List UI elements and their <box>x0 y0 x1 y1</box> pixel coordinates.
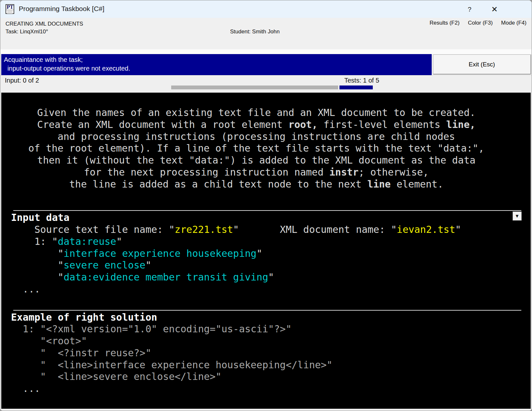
terminal-line: for the next processing instruction name… <box>4 166 509 178</box>
status-line-1: Acquaintance with the task; <box>1 55 432 64</box>
input-data-section: Input data Source text file name: "zre22… <box>1 212 531 295</box>
example-solution-heading: Example of right solution <box>11 312 531 324</box>
section-separator <box>13 210 521 211</box>
exit-button[interactable]: Exit (Esc) <box>433 54 531 74</box>
terminal-line: "<root>" <box>11 335 531 347</box>
tests-progress-label: Tests: 1 of 5 <box>344 77 379 84</box>
task-description: Given the names of an existing text file… <box>4 107 509 190</box>
input-progress-label: Input: 0 of 2 <box>5 77 39 84</box>
status-row: Acquaintance with the task; input-output… <box>0 54 532 75</box>
header-divider-strip <box>0 49 532 54</box>
input-data-heading: Input data <box>11 212 531 224</box>
terminal-line: 1: "<?xml version="1.0" encoding="us-asc… <box>11 323 531 335</box>
terminal-line: " <?instr reuse?>" <box>11 347 531 359</box>
menu-item-results[interactable]: Results (F2) <box>429 20 460 26</box>
section-separator <box>13 310 521 311</box>
terminal-line: then it (without the text "data:") is ad… <box>4 154 509 166</box>
progress-row: Input: 0 of 2 Tests: 1 of 5 <box>0 75 532 93</box>
title-bar[interactable]: PT Programming Taskbook [C#] ? ✕ <box>0 0 532 18</box>
window-title: Programming Taskbook [C#] <box>19 5 105 13</box>
header: CREATING XML DOCUMENTS Task: LinqXml10° … <box>0 18 532 49</box>
terminal-line: "data:evidence member transit giving" <box>11 271 531 283</box>
task-terminal: Given the names of an existing text file… <box>1 93 531 409</box>
terminal-line: the line is added as a child text node t… <box>4 178 509 190</box>
progress-track <box>171 86 338 89</box>
header-menu: Results (F2) Color (F3) Mode (F4) <box>429 20 526 26</box>
terminal-line: Given the names of an existing text file… <box>4 107 509 119</box>
input-data-lines: Source text file name: "zre221.tst" XML … <box>11 224 531 295</box>
menu-item-color[interactable]: Color (F3) <box>468 20 493 26</box>
app-icon-letters: PT <box>6 5 14 10</box>
scroll-down-button[interactable]: ▼ <box>513 211 522 221</box>
status-message-bar: Acquaintance with the task; input-output… <box>1 54 432 75</box>
terminal-line: "interface experience housekeeping" <box>11 248 531 260</box>
student-name: Student: Smith John <box>230 29 280 35</box>
terminal-line: 1: "data:reuse" <box>11 236 531 248</box>
tests-progress-fill <box>339 86 373 89</box>
app-icon-pagelines <box>7 11 13 14</box>
terminal-line: Source text file name: "zre221.tst" XML … <box>11 224 531 236</box>
example-solution-lines: 1: "<?xml version="1.0" encoding="us-asc… <box>11 323 531 395</box>
status-line-2: input-output operations were not execute… <box>1 64 432 73</box>
terminal-line: of the root element). If a line of the t… <box>4 143 509 154</box>
chevron-down-icon: ▼ <box>515 213 520 219</box>
close-button[interactable]: ✕ <box>487 3 502 15</box>
terminal-line: ... <box>11 383 531 395</box>
section-title: CREATING XML DOCUMENTS <box>6 21 83 27</box>
app-icon: PT <box>6 4 14 14</box>
terminal-line: Create an XML document with a root eleme… <box>4 119 509 131</box>
task-name: Task: LinqXml10° <box>6 29 48 35</box>
terminal-line: " <line>severe enclose</line>" <box>11 371 531 383</box>
app-window: PT Programming Taskbook [C#] ? ✕ CREATIN… <box>0 0 532 411</box>
example-solution-section: Example of right solution 1: "<?xml vers… <box>1 312 531 395</box>
terminal-line: ... <box>11 283 531 295</box>
help-button[interactable]: ? <box>464 5 475 14</box>
menu-item-mode[interactable]: Mode (F4) <box>501 20 526 26</box>
terminal-line: and processing instructions (processing … <box>4 131 509 143</box>
terminal-line: "severe enclose" <box>11 259 531 271</box>
terminal-line: " <line>interface experience housekeepin… <box>11 359 531 371</box>
